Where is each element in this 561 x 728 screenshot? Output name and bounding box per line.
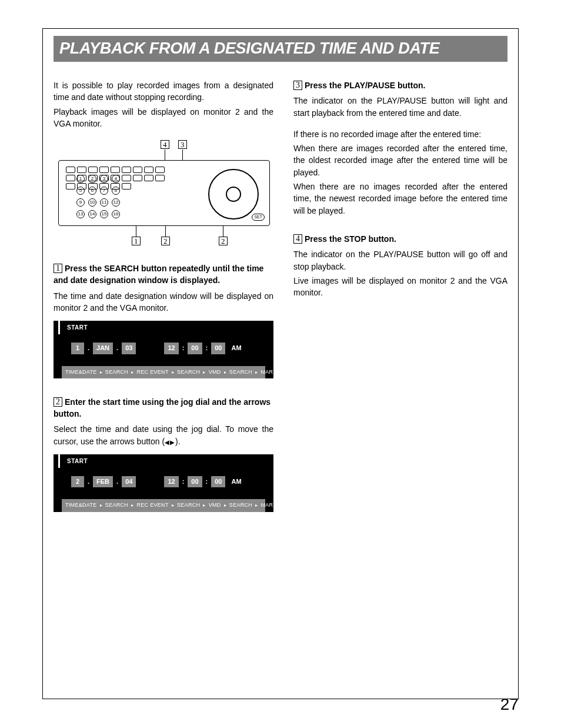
step-heading: 3Press the PLAY/PAUSE button. xyxy=(293,79,507,91)
intro-paragraph: It is possible to play recorded images f… xyxy=(54,79,273,104)
panel-footer: TIME&DATE SEARCH REC EVENT SEARCH VMD SE… xyxy=(62,366,265,378)
footer-item: SEARCH xyxy=(229,368,252,376)
time-mm: 00 xyxy=(188,343,202,354)
step-body: The indicator on the PLAY/PAUSE button w… xyxy=(293,95,507,119)
panel-footer: TIME&DATE SEARCH REC EVENT SEARCH VMD SE… xyxy=(62,499,265,511)
footer-item: SEARCH xyxy=(105,501,128,509)
panel-title: START xyxy=(58,454,273,468)
colon: : xyxy=(181,344,186,353)
time-hh: 12 xyxy=(164,476,178,488)
device-number-circle: 13 xyxy=(76,210,85,218)
footer-item: REC EVENT xyxy=(136,368,168,376)
step-body: Select the time and date using the jog d… xyxy=(54,423,273,447)
device-number-circle: 5 xyxy=(76,187,85,195)
date-day: 1 xyxy=(71,343,84,354)
footer-item: SEARCH xyxy=(177,501,200,509)
start-panel: START 2 FEB 04 12 : 00 : 00 AM TIM xyxy=(54,454,273,511)
device-body: 1 2 3 4 5 6 7 8 9 10 11 12 13 xyxy=(58,160,270,226)
time-ss: 00 xyxy=(211,476,225,488)
page-number: 27 xyxy=(500,695,519,714)
colon: : xyxy=(181,477,186,487)
date-year: 04 xyxy=(122,476,136,488)
callout-line xyxy=(165,226,166,237)
footer-item: TIME&DATE xyxy=(65,368,97,376)
callout-box: 1 xyxy=(132,237,141,245)
colon: : xyxy=(205,477,209,487)
time-mm: 00 xyxy=(188,476,202,488)
step-body: The time and date designation window wil… xyxy=(54,290,273,314)
step-body: The indicator on the PLAY/PAUSE button w… xyxy=(293,248,507,272)
step-title: Press the PLAY/PAUSE button. xyxy=(305,81,425,90)
device-number-circle: 12 xyxy=(112,198,120,207)
device-number-circle: 11 xyxy=(100,198,108,207)
date-month: JAN xyxy=(93,343,113,354)
callout-box: 3 xyxy=(178,140,187,149)
time-ampm: AM xyxy=(228,344,241,353)
footer-item: SEARCH xyxy=(105,368,128,376)
footer-item: VMD xyxy=(209,368,221,376)
callout-line xyxy=(136,226,136,237)
device-number-circle: 8 xyxy=(112,187,120,195)
device-number-circle: 6 xyxy=(88,187,96,195)
callout-line xyxy=(223,226,223,237)
step-title: Enter the start time using the jog dial … xyxy=(54,397,271,418)
device-number-circle: 9 xyxy=(76,198,85,207)
step-body: If there is no recorded image after the … xyxy=(293,128,507,140)
start-panel: START 1 JAN 03 12 : 00 : 00 AM TIM xyxy=(54,321,273,378)
callout-line xyxy=(165,149,165,160)
device-number-circle: 10 xyxy=(88,198,96,207)
callout-box: 4 xyxy=(161,140,169,149)
step-heading: 2Enter the start time using the jog dial… xyxy=(54,396,273,420)
panel-time-row: 2 FEB 04 12 : 00 : 00 AM xyxy=(54,468,273,500)
footer-item: SEARCH xyxy=(177,368,200,376)
step-title: Press the STOP button. xyxy=(305,234,396,244)
callout-line xyxy=(182,149,183,160)
footer-item: VMD xyxy=(209,501,221,509)
step-number-box: 3 xyxy=(293,81,302,90)
device-number-circle: 16 xyxy=(112,210,120,218)
panel-title: START xyxy=(58,321,273,334)
step-heading: 4Press the STOP button. xyxy=(293,233,507,245)
footer-item: SEARCH xyxy=(229,501,252,509)
step-heading: 1Press the SEARCH button repeatedly unti… xyxy=(54,262,273,287)
step-body: Live images will be displayed on monitor… xyxy=(293,275,507,299)
callout-box: 2 xyxy=(219,237,228,245)
step-body-text: ). xyxy=(175,437,181,446)
footer-item: TIME&DATE xyxy=(65,501,97,509)
date-day: 2 xyxy=(71,476,84,488)
step-body-text: Select the time and date using the jog d… xyxy=(54,424,273,446)
device-number-circle: 7 xyxy=(100,187,108,195)
step-body: When there are no images recorded after … xyxy=(293,181,507,217)
footer-item: MARK xyxy=(261,501,276,509)
step-number-box: 4 xyxy=(293,234,302,244)
device-set-label: SET xyxy=(252,214,265,221)
left-column: It is possible to play recorded images f… xyxy=(54,79,273,530)
arrows-icon xyxy=(165,437,175,446)
device-diagram: 4 3 xyxy=(54,140,273,246)
callout-box: 2 xyxy=(161,237,170,245)
colon: : xyxy=(205,344,209,353)
step-body: When there are images recorded after the… xyxy=(293,142,507,178)
footer-item: MARK xyxy=(261,368,276,376)
date-year: 03 xyxy=(122,343,136,354)
time-ampm: AM xyxy=(228,477,241,487)
intro-paragraph: Playback images will be displayed on mon… xyxy=(54,106,273,130)
device-number-circle: 15 xyxy=(100,210,108,218)
right-column: 3Press the PLAY/PAUSE button. The indica… xyxy=(293,79,507,530)
panel-time-row: 1 JAN 03 12 : 00 : 00 AM xyxy=(54,334,273,366)
time-ss: 00 xyxy=(211,343,225,354)
step-title: Press the SEARCH button repeatedly until… xyxy=(54,264,263,285)
footer-item: REC EVENT xyxy=(136,501,168,509)
section-title: PLAYBACK FROM A DESIGNATED TIME AND DATE xyxy=(54,36,507,62)
time-hh: 12 xyxy=(164,343,178,354)
step-number-box: 1 xyxy=(54,264,62,273)
device-number-circle: 14 xyxy=(88,210,96,218)
date-month: FEB xyxy=(93,476,113,488)
step-number-box: 2 xyxy=(54,397,62,407)
